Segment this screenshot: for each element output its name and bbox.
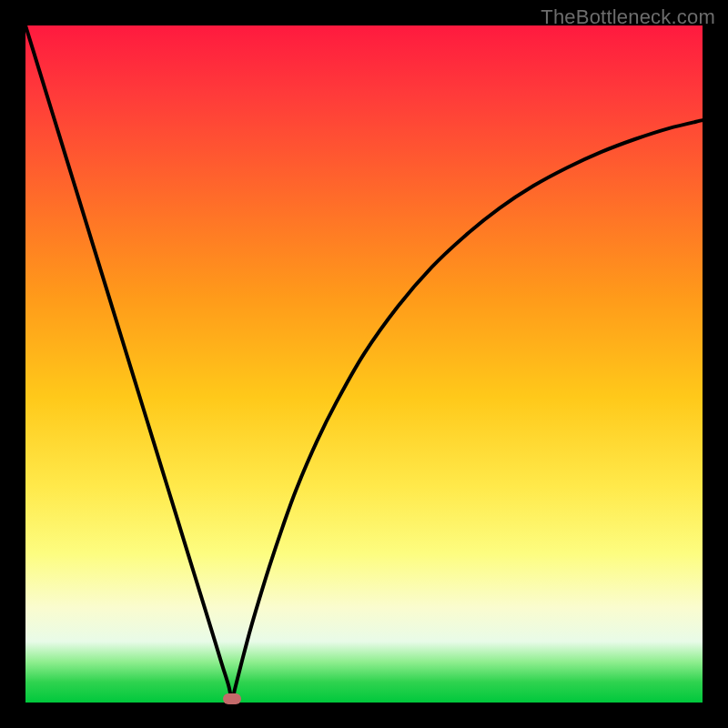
min-marker bbox=[223, 693, 241, 704]
curve-svg bbox=[25, 25, 703, 703]
bottleneck-curve bbox=[25, 25, 703, 699]
chart-frame: TheBottleneck.com bbox=[0, 0, 728, 728]
plot-area bbox=[25, 25, 703, 703]
